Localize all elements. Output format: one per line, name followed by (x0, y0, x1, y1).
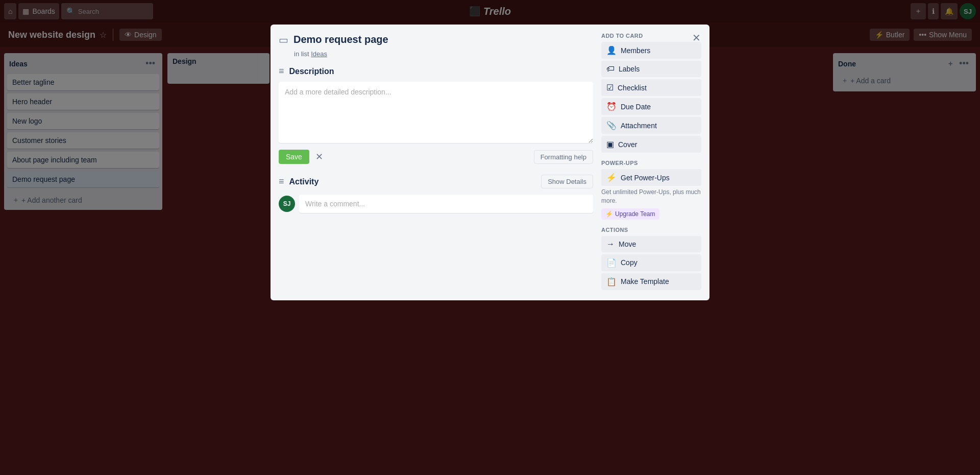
copy-icon: 📄 (606, 258, 617, 268)
description-actions: Save ✕ Formatting help (279, 149, 593, 164)
get-power-ups-label: Get Power-Ups (621, 174, 670, 182)
modal-overlay[interactable]: ✕ ▭ Demo request page in list Ideas ≡ De… (0, 0, 980, 475)
checklist-icon: ☑ (606, 83, 614, 92)
members-label: Members (621, 46, 650, 55)
activity-avatar: SJ (279, 196, 295, 212)
copy-button[interactable]: 📄 Copy (601, 254, 701, 271)
members-icon: 👤 (606, 45, 617, 55)
labels-button[interactable]: 🏷 Labels (601, 61, 701, 77)
actions-label: ACTIONS (601, 227, 701, 233)
cover-button[interactable]: ▣ Cover (601, 136, 701, 153)
card-header: ▭ Demo request page (279, 33, 593, 46)
close-icon: ✕ (692, 32, 701, 44)
copy-label: Copy (621, 258, 638, 267)
formatting-help-button[interactable]: Formatting help (534, 150, 593, 164)
description-section: ≡ Description Save ✕ Formatting help (279, 66, 593, 164)
checklist-label: Checklist (618, 84, 647, 92)
description-textarea[interactable] (279, 82, 593, 143)
move-button[interactable]: → Move (601, 236, 701, 252)
labels-label: Labels (619, 65, 640, 73)
comment-input[interactable] (299, 195, 593, 213)
activity-section: ≡ Activity Show Details SJ (279, 175, 593, 213)
cancel-icon: ✕ (315, 151, 323, 162)
move-label: Move (619, 240, 636, 248)
upgrade-team-button[interactable]: ⚡ Upgrade Team (601, 208, 659, 220)
cover-label: Cover (618, 140, 637, 149)
make-template-label: Make Template (621, 277, 669, 286)
card-modal: ✕ ▭ Demo request page in list Ideas ≡ De… (271, 25, 709, 300)
make-template-button[interactable]: 📋 Make Template (601, 273, 701, 290)
card-modal-title: Demo request page (293, 33, 388, 46)
in-list-text: in list (294, 50, 309, 58)
description-title: Description (289, 67, 334, 76)
upgrade-team-label: Upgrade Team (615, 210, 655, 218)
modal-close-button[interactable]: ✕ (688, 30, 704, 46)
description-section-header: ≡ Description (279, 66, 593, 77)
activity-avatar-initials: SJ (283, 200, 291, 207)
power-ups-icon: ⚡ (606, 173, 617, 182)
due-date-label: Due Date (621, 103, 651, 111)
save-button[interactable]: Save (279, 150, 309, 164)
activity-header-row: ≡ Activity Show Details (279, 175, 593, 188)
attachment-icon: 📎 (606, 121, 617, 130)
attachment-label: Attachment (621, 122, 657, 130)
activity-section-header: ≡ Activity (279, 176, 318, 187)
description-icon: ≡ (279, 66, 284, 77)
power-ups-label: POWER-UPS (601, 160, 701, 166)
add-to-card-label: ADD TO CARD (601, 33, 701, 39)
due-date-button[interactable]: ⏰ Due Date (601, 98, 701, 115)
card-header-icon: ▭ (279, 34, 288, 46)
modal-main: ▭ Demo request page in list Ideas ≡ Desc… (279, 33, 593, 292)
activity-icon: ≡ (279, 176, 284, 187)
card-list-info: in list Ideas (294, 50, 593, 58)
labels-icon: 🏷 (606, 64, 615, 74)
move-icon: → (606, 240, 615, 249)
activity-title: Activity (289, 177, 319, 186)
cover-icon: ▣ (606, 139, 614, 149)
checklist-button[interactable]: ☑ Checklist (601, 79, 701, 96)
list-name-link[interactable]: Ideas (311, 50, 327, 58)
due-date-icon: ⏰ (606, 102, 617, 111)
activity-comment-row: SJ (279, 195, 593, 213)
show-details-button[interactable]: Show Details (541, 175, 593, 188)
get-power-ups-button[interactable]: ⚡ Get Power-Ups (601, 169, 701, 186)
modal-sidebar: ADD TO CARD 👤 Members 🏷 Labels ☑ Checkli… (601, 33, 701, 292)
power-ups-description: Get unlimited Power-Ups, plus much more. (601, 188, 701, 205)
cancel-button[interactable]: ✕ (313, 149, 325, 164)
upgrade-icon: ⚡ (605, 210, 613, 218)
make-template-icon: 📋 (606, 277, 617, 287)
attachment-button[interactable]: 📎 Attachment (601, 117, 701, 134)
members-button[interactable]: 👤 Members (601, 42, 701, 59)
